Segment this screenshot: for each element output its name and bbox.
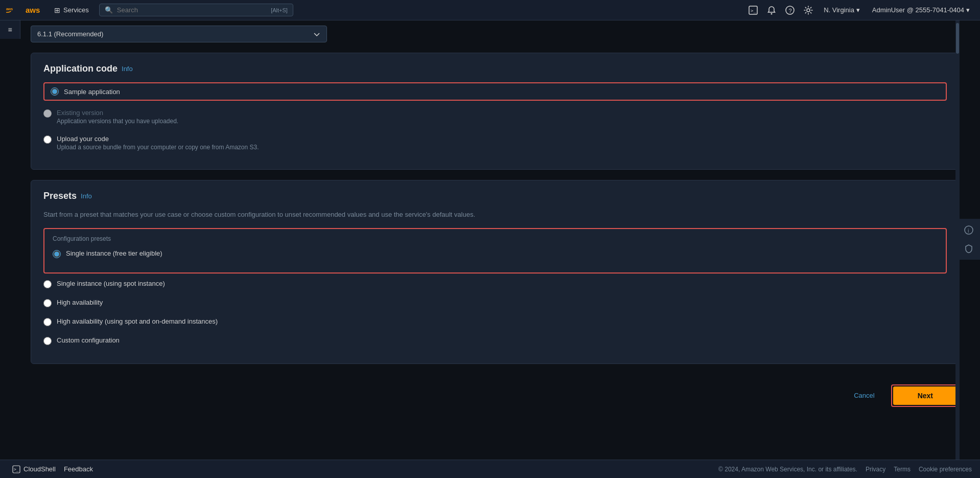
- version-label: 6.1.1 (Recommended): [37, 30, 103, 38]
- application-code-section: Application code Info Sample application…: [31, 53, 960, 170]
- user-menu[interactable]: AdminUser @ 2555-7041-0404 ▾: [868, 4, 974, 16]
- custom-configuration-radio[interactable]: [43, 337, 52, 345]
- region-chevron: ▾: [856, 6, 860, 14]
- high-availability-spot-radio[interactable]: [43, 318, 52, 326]
- user-chevron: ▾: [966, 6, 970, 14]
- cookie-preferences-link[interactable]: Cookie preferences: [919, 466, 972, 473]
- nav-icons: >_ ? N. Virginia ▾ AdminUser @ 2555-7041…: [746, 3, 974, 17]
- bottom-bar: >_ CloudShell Feedback © 2024, Amazon We…: [0, 460, 980, 478]
- high-availability-label: High availability: [57, 299, 103, 306]
- scrollbar-thumb[interactable]: [956, 23, 959, 54]
- single-instance-spot-label: Single instance (using spot instance): [57, 280, 165, 287]
- hamburger-icon: ≡: [8, 26, 12, 34]
- sample-application-label: Sample application: [64, 88, 120, 96]
- sample-application-option[interactable]: Sample application: [43, 82, 947, 101]
- single-instance-spot-radio[interactable]: [43, 280, 52, 288]
- top-navigation: aws aws ⊞ Services 🔍 [Alt+S] >_ ? N. Vir…: [0, 0, 980, 20]
- bottom-right: © 2024, Amazon Web Services, Inc. or its…: [718, 466, 972, 473]
- single-instance-free-option[interactable]: Single instance (free tier eligible): [53, 247, 938, 260]
- single-instance-free-radio[interactable]: [53, 250, 61, 258]
- shield-icon[interactable]: [962, 241, 976, 256]
- presets-description: Start from a preset that matches your us…: [43, 210, 947, 220]
- copyright-text: © 2024, Amazon Web Services, Inc. or its…: [718, 466, 857, 473]
- presets-header: Presets Info: [43, 191, 947, 201]
- presets-section: Presets Info Start from a preset that ma…: [31, 180, 960, 364]
- application-code-header: Application code Info: [43, 63, 947, 74]
- sample-application-radio[interactable]: [51, 87, 59, 96]
- info-panel-icon[interactable]: i: [962, 223, 976, 237]
- region-selector[interactable]: N. Virginia ▾: [820, 4, 864, 16]
- high-availability-spot-option[interactable]: High availability (using spot and on-dem…: [43, 315, 947, 328]
- svg-text:aws: aws: [26, 6, 40, 14]
- existing-version-option: Existing version Application versions th…: [43, 107, 947, 127]
- cloudshell-button[interactable]: >_ CloudShell: [8, 463, 60, 475]
- next-button[interactable]: Next: [893, 386, 958, 405]
- help-icon[interactable]: ?: [783, 3, 797, 17]
- svg-text:>_: >_: [751, 8, 756, 13]
- search-shortcut: [Alt+S]: [271, 7, 288, 13]
- grid-icon: ⊞: [54, 6, 60, 14]
- main-content: 6.1.1 (Recommended) Application code Inf…: [0, 26, 980, 460]
- high-availability-option[interactable]: High availability: [43, 297, 947, 309]
- svg-text:?: ?: [789, 7, 792, 13]
- search-icon: 🔍: [105, 6, 113, 14]
- aws-logo[interactable]: aws aws: [6, 4, 44, 16]
- scrollbar[interactable]: [955, 20, 960, 460]
- single-instance-free-label: Single instance (free tier eligible): [66, 249, 162, 257]
- upload-code-radio[interactable]: [43, 135, 52, 144]
- services-button[interactable]: ⊞ Services: [50, 4, 93, 16]
- existing-version-radio[interactable]: [43, 109, 52, 118]
- action-bar: Cancel Next: [31, 374, 960, 412]
- privacy-link[interactable]: Privacy: [866, 466, 885, 473]
- svg-point-7: [807, 9, 810, 12]
- version-section: 6.1.1 (Recommended): [31, 26, 960, 42]
- next-button-wrapper: Next: [891, 384, 960, 407]
- upload-code-sublabel: Upload a source bundle from your compute…: [57, 144, 259, 151]
- services-label: Services: [63, 6, 89, 14]
- gear-icon[interactable]: [801, 3, 815, 17]
- version-chevron-icon: [313, 31, 320, 38]
- application-code-title: Application code: [43, 63, 118, 74]
- presets-info-link[interactable]: Info: [81, 192, 92, 200]
- upload-code-option[interactable]: Upload your code Upload a source bundle …: [43, 133, 947, 153]
- bell-icon[interactable]: [764, 3, 779, 17]
- sidebar-toggle[interactable]: ≡: [0, 20, 20, 39]
- custom-configuration-label: Custom configuration: [57, 336, 120, 344]
- upload-code-label: Upload your code: [57, 135, 259, 143]
- existing-version-label: Existing version: [57, 109, 178, 117]
- application-code-info-link[interactable]: Info: [122, 65, 133, 73]
- existing-version-sublabel: Application versions that you have uploa…: [57, 118, 178, 125]
- cloudshell-label: CloudShell: [24, 465, 56, 473]
- svg-text:aws: aws: [6, 7, 13, 11]
- feedback-button[interactable]: Feedback: [60, 463, 97, 475]
- terms-link[interactable]: Terms: [894, 466, 911, 473]
- config-presets-title: Configuration presets: [53, 235, 938, 242]
- search-input[interactable]: [117, 6, 267, 14]
- high-availability-spot-label: High availability (using spot and on-dem…: [57, 317, 218, 325]
- cloudshell-icon: >_: [12, 465, 20, 473]
- cancel-button[interactable]: Cancel: [846, 388, 882, 403]
- presets-title: Presets: [43, 191, 77, 201]
- single-instance-spot-option[interactable]: Single instance (using spot instance): [43, 278, 947, 290]
- high-availability-radio[interactable]: [43, 299, 52, 307]
- config-presets-group: Configuration presets Single instance (f…: [43, 228, 947, 274]
- svg-text:>_: >_: [14, 467, 19, 472]
- custom-configuration-option[interactable]: Custom configuration: [43, 334, 947, 347]
- svg-text:i: i: [968, 227, 969, 233]
- terminal-icon[interactable]: >_: [746, 3, 760, 17]
- user-label: AdminUser @ 2555-7041-0404: [872, 6, 964, 14]
- side-info-panel: i: [957, 219, 980, 260]
- svg-point-4: [771, 13, 773, 14]
- version-dropdown[interactable]: 6.1.1 (Recommended): [31, 26, 327, 42]
- search-bar[interactable]: 🔍 [Alt+S]: [99, 4, 293, 16]
- region-label: N. Virginia: [824, 6, 854, 14]
